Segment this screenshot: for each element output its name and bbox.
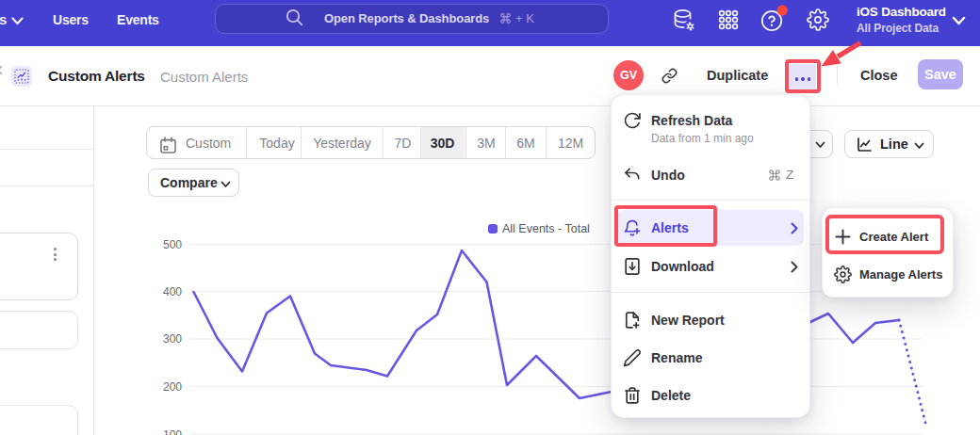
svg-text:100: 100 — [163, 428, 182, 435]
svg-text:300: 300 — [163, 332, 182, 346]
svg-text:500: 500 — [163, 238, 182, 251]
svg-text:400: 400 — [163, 285, 182, 298]
svg-text:200: 200 — [163, 380, 182, 394]
